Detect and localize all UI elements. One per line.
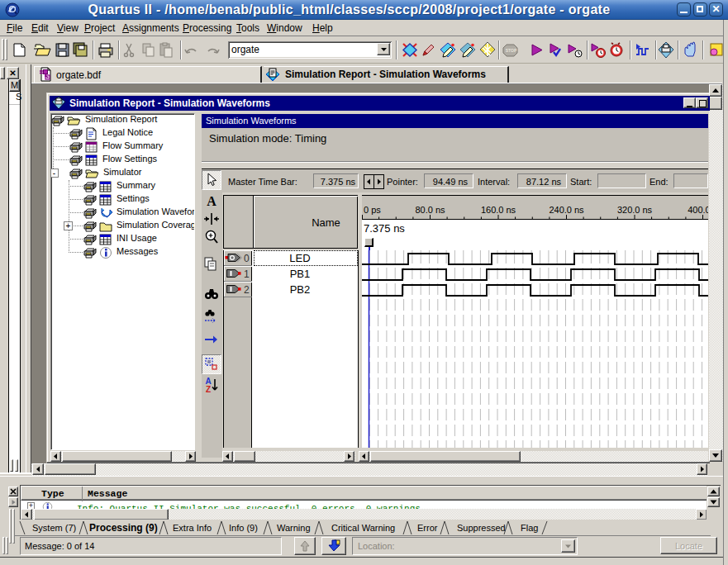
svg-text:STOP: STOP	[506, 48, 517, 53]
svg-text:A: A	[207, 194, 216, 208]
svg-text:Extra Info: Extra Info	[173, 523, 212, 533]
svg-text:System (7): System (7)	[32, 523, 76, 533]
svg-text:240.0 ns: 240.0 ns	[549, 205, 584, 215]
svg-text:0: 0	[244, 253, 250, 264]
svg-text:Error: Error	[417, 523, 438, 533]
svg-text:Suppressed: Suppressed	[457, 523, 506, 533]
svg-text:1: 1	[244, 268, 250, 280]
svg-text:Critical Warning: Critical Warning	[331, 523, 395, 533]
svg-text:Processing (9): Processing (9)	[89, 522, 158, 534]
svg-text:160.0 ns: 160.0 ns	[481, 205, 516, 215]
svg-text:80.0 ns: 80.0 ns	[415, 205, 445, 215]
svg-text:Z: Z	[206, 385, 211, 394]
svg-text:Info (9): Info (9)	[229, 523, 258, 533]
svg-text:0 ps: 0 ps	[364, 205, 381, 215]
svg-text:Flag: Flag	[521, 523, 538, 533]
svg-text:Warning: Warning	[277, 523, 311, 533]
svg-text:320.0 ns: 320.0 ns	[617, 205, 653, 215]
svg-text:400.0 n: 400.0 n	[688, 205, 708, 215]
svg-text:2: 2	[244, 284, 250, 296]
